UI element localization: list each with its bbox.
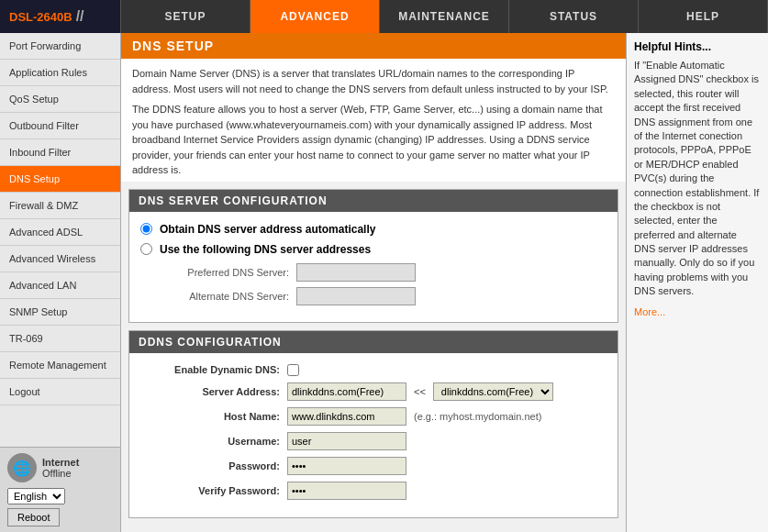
server-address-label: Server Address: <box>140 386 287 397</box>
sidebar-item-dns-setup[interactable]: DNS Setup <box>0 166 120 193</box>
password-row: Password: <box>140 457 607 475</box>
alternate-dns-input[interactable] <box>296 287 416 305</box>
radio-auto[interactable] <box>140 223 152 235</box>
radio-manual-label: Use the following DNS server addresses <box>160 243 371 256</box>
ddns-config-body: Enable Dynamic DNS: Server Address: << d… <box>129 353 618 517</box>
dns-server-config: DNS SERVER CONFIGURATION Obtain DNS serv… <box>128 189 618 323</box>
internet-icon: 🌐 <box>7 453 37 482</box>
host-name-input[interactable] <box>287 407 406 426</box>
radio-auto-label: Obtain DNS server address automatically <box>160 223 375 236</box>
preferred-dns-input[interactable] <box>296 263 416 282</box>
logo-slash: // <box>76 8 84 25</box>
nav-tab-setup[interactable]: SETUP <box>121 0 250 33</box>
help-title: Helpful Hints... <box>634 40 761 53</box>
ddns-config-header: DDNS CONFIGURATION <box>129 331 618 353</box>
sidebar-item-advanced-lan[interactable]: Advanced LAN <box>0 272 120 299</box>
sidebar-item-advanced-wireless[interactable]: Advanced Wireless <box>0 246 120 272</box>
server-address-row: Server Address: << dlinkddns.com(Free) <box>140 382 607 401</box>
nav-tab-advanced[interactable]: ADVANCED <box>250 0 380 33</box>
sidebar-item-snmp-setup[interactable]: SNMP Setup <box>0 299 120 326</box>
nav-tab-status[interactable]: STATUS <box>509 0 639 33</box>
logo-text: DSL-2640B <box>9 10 72 24</box>
radio-auto-row: Obtain DNS server address automatically <box>140 223 607 236</box>
verify-password-label: Verify Password: <box>140 485 287 496</box>
alternate-dns-row: Alternate DNS Server: <box>140 287 607 305</box>
host-name-row: Host Name: (e.g.: myhost.mydomain.net) <box>140 407 607 426</box>
server-address-input[interactable] <box>287 382 406 401</box>
sidebar-item-remote-management[interactable]: Remote Management <box>0 352 120 379</box>
arrows-icon: << <box>414 386 426 397</box>
sidebar: Port Forwarding Application Rules QoS Se… <box>0 33 121 532</box>
sidebar-bottom: 🌐 Internet Offline English Reboot <box>0 447 121 532</box>
username-row: Username: <box>140 432 607 450</box>
ddns-config: DDNS CONFIGURATION Enable Dynamic DNS: S… <box>128 330 618 518</box>
sidebar-item-inbound-filter[interactable]: Inbound Filter <box>0 139 120 166</box>
verify-password-input[interactable] <box>287 482 406 500</box>
page-title: DNS SETUP <box>121 33 626 59</box>
verify-password-row: Verify Password: <box>140 482 607 500</box>
radio-manual[interactable] <box>140 243 152 255</box>
internet-status: Internet Offline <box>42 457 79 479</box>
nav-tab-maintenance[interactable]: MAINTENANCE <box>380 0 509 33</box>
password-input[interactable] <box>287 457 406 475</box>
sidebar-item-qos-setup[interactable]: QoS Setup <box>0 86 120 113</box>
dns-config-body: Obtain DNS server address automatically … <box>129 212 618 322</box>
sidebar-item-firewall-dmz[interactable]: Firewall & DMZ <box>0 193 120 219</box>
username-input[interactable] <box>287 432 406 450</box>
intro-text: Domain Name Server (DNS) is a server tha… <box>121 59 626 182</box>
language-select[interactable]: English <box>7 488 65 504</box>
sidebar-item-port-forwarding[interactable]: Port Forwarding <box>0 33 120 60</box>
enable-ddns-checkbox[interactable] <box>287 364 299 376</box>
sidebar-item-outbound-filter[interactable]: Outbound Filter <box>0 113 120 139</box>
nav-tab-help[interactable]: HELP <box>639 0 768 33</box>
host-name-hint: (e.g.: myhost.mydomain.net) <box>414 411 541 422</box>
radio-manual-row: Use the following DNS server addresses <box>140 243 607 256</box>
server-address-select[interactable]: dlinkddns.com(Free) <box>433 382 553 401</box>
main-content: DNS SETUP Domain Name Server (DNS) is a … <box>121 33 626 532</box>
dns-config-header: DNS SERVER CONFIGURATION <box>129 190 618 212</box>
host-name-label: Host Name: <box>140 411 287 422</box>
help-more-link[interactable]: More... <box>634 306 665 317</box>
logo: DSL-2640B // <box>0 0 121 33</box>
preferred-dns-label: Preferred DNS Server: <box>168 267 296 278</box>
preferred-dns-row: Preferred DNS Server: <box>140 263 607 282</box>
reboot-button[interactable]: Reboot <box>7 508 60 526</box>
server-address-wrap: << dlinkddns.com(Free) <box>287 382 553 401</box>
username-label: Username: <box>140 436 287 447</box>
sidebar-item-tr069[interactable]: TR-069 <box>0 326 120 352</box>
sidebar-item-advanced-adsl[interactable]: Advanced ADSL <box>0 219 120 246</box>
enable-ddns-row: Enable Dynamic DNS: <box>140 364 607 376</box>
help-panel: Helpful Hints... If "Enable Automatic As… <box>626 33 768 532</box>
alternate-dns-label: Alternate DNS Server: <box>168 291 296 302</box>
help-text: If "Enable Automatic Assigned DNS" check… <box>634 59 761 299</box>
sidebar-item-logout[interactable]: Logout <box>0 379 120 405</box>
enable-ddns-label: Enable Dynamic DNS: <box>140 364 287 375</box>
sidebar-item-application-rules[interactable]: Application Rules <box>0 60 120 86</box>
password-label: Password: <box>140 460 287 471</box>
